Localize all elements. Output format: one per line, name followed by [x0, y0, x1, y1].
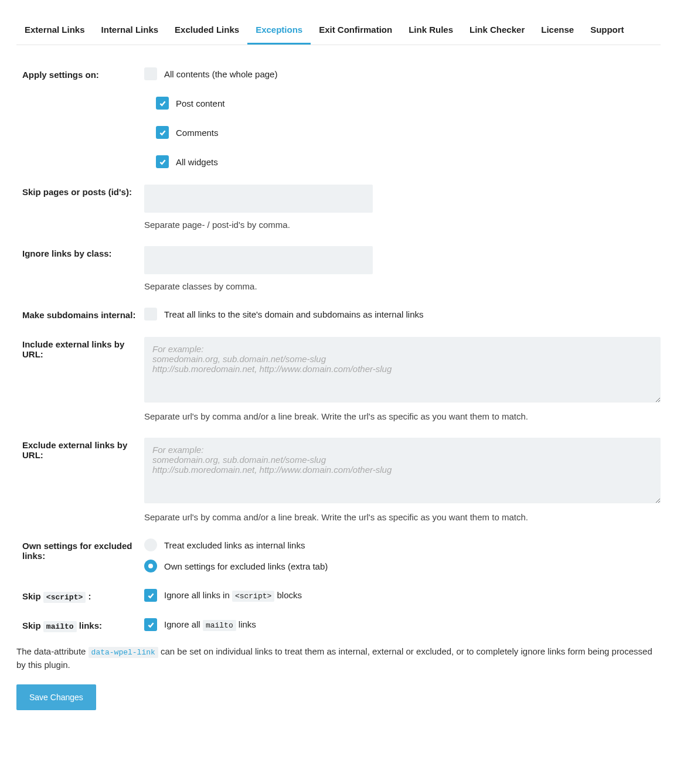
- checkbox-all-contents-label: All contents (the whole page): [164, 69, 277, 79]
- tabs-bar: External Links Internal Links Excluded L…: [16, 18, 661, 45]
- skip-pages-help: Separate page- / post-id's by comma.: [144, 220, 661, 230]
- radio-own-settings[interactable]: [144, 560, 157, 572]
- subdomains-label: Make subdomains internal:: [16, 308, 144, 320]
- tab-link-rules[interactable]: Link Rules: [400, 18, 461, 45]
- checkbox-post-content-label: Post content: [176, 98, 224, 108]
- tab-exceptions[interactable]: Exceptions: [247, 18, 311, 45]
- exclude-external-textarea[interactable]: [144, 438, 661, 503]
- include-external-label: Include external links by URL:: [16, 337, 144, 359]
- apply-settings-label: Apply settings on:: [16, 67, 144, 80]
- ignore-class-input[interactable]: [144, 246, 373, 274]
- tab-exit-confirmation[interactable]: Exit Confirmation: [311, 18, 400, 45]
- radio-treat-internal[interactable]: [144, 538, 157, 551]
- checkbox-skip-script[interactable]: [144, 589, 157, 602]
- checkbox-skip-mailto[interactable]: [144, 618, 157, 631]
- checkbox-all-contents[interactable]: [144, 67, 157, 80]
- checkbox-comments-label: Comments: [176, 128, 219, 138]
- tab-support[interactable]: Support: [582, 18, 632, 45]
- tab-external-links[interactable]: External Links: [16, 18, 93, 45]
- ignore-class-help: Separate classes by comma.: [144, 281, 661, 291]
- own-settings-label: Own settings for excluded links:: [16, 538, 144, 561]
- checkbox-comments[interactable]: [156, 126, 169, 139]
- include-external-help: Separate url's by comma and/or a line br…: [144, 411, 661, 421]
- radio-own-settings-label: Own settings for excluded links (extra t…: [164, 561, 328, 571]
- checkbox-post-content[interactable]: [156, 97, 169, 110]
- skip-mailto-label: Skip mailto links:: [16, 618, 144, 631]
- checkbox-skip-mailto-label: Ignore all mailto links: [164, 619, 256, 630]
- tab-internal-links[interactable]: Internal Links: [93, 18, 167, 45]
- include-external-textarea[interactable]: [144, 337, 661, 403]
- radio-treat-internal-label: Treat excluded links as internal links: [164, 540, 305, 550]
- checkbox-all-widgets-label: All widgets: [176, 157, 218, 167]
- skip-pages-input[interactable]: [144, 185, 373, 213]
- checkbox-skip-script-label: Ignore all links in <script> blocks: [164, 590, 302, 601]
- tab-excluded-links[interactable]: Excluded Links: [166, 18, 247, 45]
- save-button[interactable]: Save Changes: [16, 684, 96, 710]
- skip-script-label: Skip <script> :: [16, 589, 144, 602]
- checkbox-all-widgets[interactable]: [156, 155, 169, 168]
- footnote: The data-attribute data-wpel-link can be…: [16, 645, 661, 671]
- tab-link-checker[interactable]: Link Checker: [461, 18, 533, 45]
- checkbox-subdomains[interactable]: [144, 308, 157, 321]
- exclude-external-help: Separate url's by comma and/or a line br…: [144, 512, 661, 522]
- exclude-external-label: Exclude external links by URL:: [16, 438, 144, 460]
- skip-pages-label: Skip pages or posts (id's):: [16, 185, 144, 197]
- checkbox-subdomains-label: Treat all links to the site's domain and…: [164, 309, 424, 319]
- tab-license[interactable]: License: [533, 18, 582, 45]
- ignore-class-label: Ignore links by class:: [16, 246, 144, 258]
